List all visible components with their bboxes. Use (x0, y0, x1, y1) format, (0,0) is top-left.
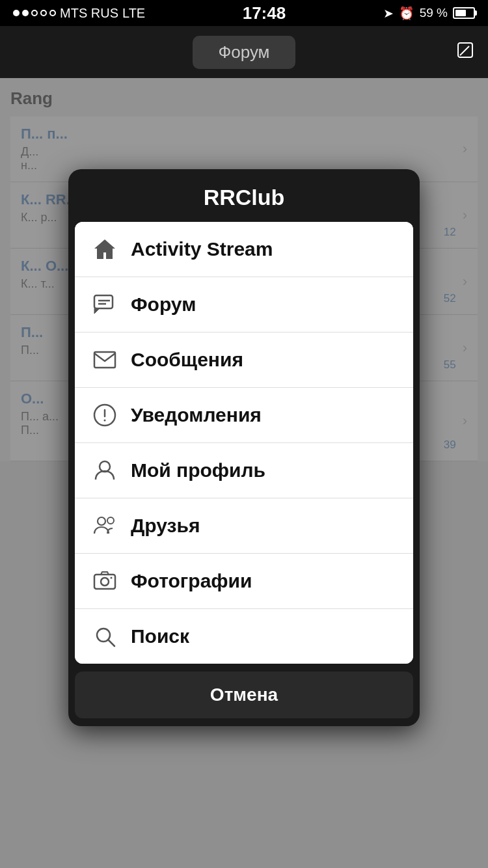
camera-icon (90, 567, 119, 595)
modal-title: RRClub (68, 169, 420, 222)
carrier-label: MTS RUS (60, 6, 118, 21)
svg-point-14 (111, 577, 113, 579)
nav-title-button[interactable]: Форум (193, 36, 296, 69)
battery-fill (455, 10, 466, 16)
menu-item-profile[interactable]: Мой профиль (75, 443, 413, 498)
chat-icon (90, 290, 119, 319)
svg-point-9 (100, 461, 110, 472)
menu-item-search[interactable]: Поиск (75, 609, 413, 664)
battery-icon (453, 7, 475, 19)
cancel-button[interactable]: Отмена (75, 671, 413, 718)
menu-item-messages[interactable]: Сообщения (75, 332, 413, 388)
mail-icon (90, 346, 119, 374)
menu-list: Activity Stream Форум Сообщения (75, 222, 413, 664)
status-bar: MTS RUS LTE 17:48 ➤ ⏰ 59 % (0, 0, 488, 26)
friends-label: Друзья (131, 515, 200, 537)
status-right: ➤ ⏰ 59 % (383, 6, 475, 21)
location-icon: ➤ (383, 6, 394, 21)
photos-label: Фотографии (131, 570, 252, 592)
dot-3 (31, 10, 38, 16)
menu-item-activity-stream[interactable]: Activity Stream (75, 222, 413, 277)
status-time: 17:48 (243, 3, 286, 23)
dot-1 (13, 10, 20, 16)
svg-line-16 (108, 640, 115, 646)
alarm-icon: ⏰ (399, 6, 414, 21)
svg-point-11 (107, 517, 114, 524)
profile-label: Мой профиль (131, 459, 265, 481)
svg-rect-2 (94, 295, 113, 308)
svg-point-10 (98, 517, 105, 525)
edit-icon (455, 40, 475, 60)
alert-icon (90, 401, 119, 429)
nav-bar: Форум (0, 26, 488, 78)
svg-rect-5 (94, 352, 115, 368)
menu-item-notifications[interactable]: Уведомления (75, 388, 413, 443)
modal-menu: RRClub Activity Stream Форум (68, 169, 420, 726)
people-icon (90, 511, 119, 540)
dot-2 (22, 10, 29, 16)
signal-dots (13, 10, 56, 16)
battery-percent: 59 % (420, 6, 448, 20)
forum-label: Форум (131, 293, 196, 316)
activity-stream-label: Activity Stream (131, 238, 273, 260)
notifications-label: Уведомления (131, 404, 262, 426)
edit-button[interactable] (455, 40, 475, 64)
dot-5 (49, 10, 56, 16)
search-label: Поиск (131, 625, 189, 647)
messages-label: Сообщения (131, 349, 243, 371)
svg-point-13 (101, 578, 109, 586)
svg-point-8 (104, 420, 106, 422)
svg-line-1 (461, 46, 469, 54)
menu-item-forum[interactable]: Форум (75, 277, 413, 332)
menu-item-photos[interactable]: Фотографии (75, 554, 413, 609)
status-left: MTS RUS LTE (13, 6, 145, 21)
home-icon (90, 235, 119, 264)
dot-4 (40, 10, 47, 16)
svg-rect-12 (94, 575, 115, 589)
network-label: LTE (122, 6, 145, 21)
menu-item-friends[interactable]: Друзья (75, 498, 413, 554)
person-icon (90, 456, 119, 485)
search-icon (90, 622, 119, 651)
